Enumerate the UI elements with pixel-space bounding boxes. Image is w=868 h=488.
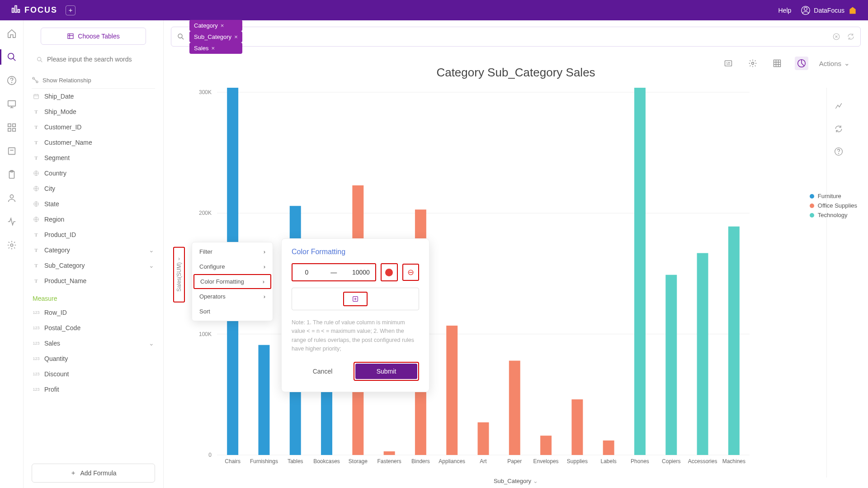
bar-art[interactable] xyxy=(478,422,489,455)
yaxis-handle[interactable]: Sales(SUM) xyxy=(173,247,185,303)
cf-color-swatch[interactable] xyxy=(381,263,398,281)
bar-envelopes[interactable] xyxy=(540,436,552,455)
svg-rect-10 xyxy=(12,124,15,127)
field-quantity[interactable]: 123Quantity xyxy=(32,351,155,366)
bar-furnishings[interactable] xyxy=(258,345,269,455)
bar-paper[interactable] xyxy=(509,360,520,455)
archive-icon[interactable] xyxy=(7,146,17,156)
settings-nav-icon[interactable] xyxy=(7,240,17,250)
field-segment[interactable]: TSegment xyxy=(32,150,155,166)
field-country[interactable]: Country xyxy=(32,166,155,181)
user-menu[interactable]: DataFocus xyxy=(801,6,857,15)
users-nav-icon[interactable] xyxy=(7,193,17,203)
search-nav-icon[interactable] xyxy=(7,52,17,62)
chip-remove-icon[interactable]: × xyxy=(221,22,224,29)
chip-remove-icon[interactable]: × xyxy=(234,33,238,40)
field-state[interactable]: State xyxy=(32,196,155,212)
ctx-operators[interactable]: Operators› xyxy=(192,289,273,304)
user-icon xyxy=(801,6,810,15)
notification-icon[interactable] xyxy=(848,6,857,15)
field-product_id[interactable]: TProduct_ID xyxy=(32,227,155,242)
color-formatting-popover: Color Formatting 0 — 10000 ⊖ Note: 1. Th… xyxy=(281,238,429,392)
field-customer_name[interactable]: TCustomer_Name xyxy=(32,135,155,150)
cf-range[interactable]: 0 — 10000 xyxy=(292,263,376,281)
cancel-button[interactable]: Cancel xyxy=(292,362,354,381)
field-discount[interactable]: 123Discount xyxy=(32,366,155,382)
bar-fasteners[interactable] xyxy=(384,451,395,455)
bar-appliances[interactable] xyxy=(446,326,458,455)
ctx-sort[interactable]: Sort xyxy=(192,304,273,319)
bar-machines[interactable] xyxy=(728,227,740,455)
app-header: FOCUS ＋ Help DataFocus xyxy=(0,0,868,20)
choose-tables-button[interactable]: Choose Tables xyxy=(41,28,146,45)
field-label: Product_ID xyxy=(44,231,76,238)
field-search[interactable] xyxy=(32,51,155,67)
info-icon[interactable] xyxy=(834,147,844,156)
bar-labels[interactable] xyxy=(603,441,614,455)
x-axis-label[interactable]: Sub_Category⌄ xyxy=(164,478,868,488)
grid-nav-icon[interactable] xyxy=(7,123,17,133)
refresh-chart-icon[interactable] xyxy=(834,124,844,134)
query-chip-sub_category[interactable]: Sub_Category× xyxy=(189,31,242,43)
field-sub_category[interactable]: TSub_Category⌄ xyxy=(32,258,155,273)
svg-text:Phones: Phones xyxy=(631,458,649,464)
field-product_name[interactable]: TProduct_Name xyxy=(32,273,155,289)
field-label: Row_ID xyxy=(44,309,67,316)
show-relationship-label: Show Relationship xyxy=(42,77,91,84)
submit-button[interactable]: Submit xyxy=(354,362,419,381)
refresh-icon[interactable] xyxy=(847,33,855,41)
x-axis-text: Sub_Category xyxy=(494,478,531,484)
svg-text:Accessories: Accessories xyxy=(688,458,717,464)
field-profit[interactable]: 123Profit xyxy=(32,382,155,397)
field-ship_mode[interactable]: TShip_Mode xyxy=(32,104,155,119)
field-sales[interactable]: 123Sales⌄ xyxy=(32,336,155,351)
cf-max-value[interactable]: 10000 xyxy=(351,269,370,276)
chip-remove-icon[interactable]: × xyxy=(212,45,215,52)
bar-accessories[interactable] xyxy=(697,253,708,455)
ctx-color-formatting[interactable]: Color Formatting› xyxy=(193,274,271,289)
ctx-label: Operators xyxy=(199,293,226,300)
ctx-filter[interactable]: Filter› xyxy=(192,244,273,259)
query-bar[interactable]: Category× Sub_Category× Sales× xyxy=(171,27,861,47)
field-postal_code[interactable]: 123Postal_Code xyxy=(32,320,155,336)
chart-title: Category Sub_Category Sales xyxy=(164,66,868,80)
bar-phones[interactable] xyxy=(634,88,646,455)
expand-icon[interactable] xyxy=(834,101,844,111)
field-customer_id[interactable]: TCustomer_ID xyxy=(32,119,155,135)
field-region[interactable]: Region xyxy=(32,212,155,227)
cf-remove-button[interactable]: ⊖ xyxy=(402,264,419,281)
clear-icon[interactable] xyxy=(832,33,840,41)
bar-supplies[interactable] xyxy=(571,399,583,455)
new-tab-button[interactable]: ＋ xyxy=(66,5,75,15)
field-label: Discount xyxy=(44,370,69,378)
legend-item[interactable]: Technology xyxy=(810,212,857,218)
home-icon[interactable] xyxy=(7,28,17,38)
field-label: Customer_Name xyxy=(44,139,92,146)
svg-point-27 xyxy=(178,34,182,38)
svg-point-16 xyxy=(10,195,13,198)
field-category[interactable]: TCategory⌄ xyxy=(32,242,155,258)
cf-add-button[interactable] xyxy=(343,292,368,306)
query-chip-category[interactable]: Category× xyxy=(189,20,242,31)
add-formula-button[interactable]: ＋ Add Formula xyxy=(32,464,155,483)
svg-text:300K: 300K xyxy=(199,89,212,95)
legend-swatch xyxy=(810,194,814,199)
activity-icon[interactable] xyxy=(7,217,17,227)
clipboard-icon[interactable] xyxy=(7,170,17,180)
help-nav-icon[interactable] xyxy=(7,76,17,85)
help-link[interactable]: Help xyxy=(778,7,792,14)
bar-copiers[interactable] xyxy=(665,275,677,455)
show-relationship[interactable]: Show Relationship xyxy=(32,73,155,89)
svg-text:Fasteners: Fasteners xyxy=(377,458,401,464)
cf-min-value[interactable]: 0 xyxy=(297,269,316,276)
ctx-configure[interactable]: Configure› xyxy=(192,259,273,274)
field-search-input[interactable] xyxy=(32,51,155,67)
svg-rect-2 xyxy=(18,9,20,12)
svg-point-58 xyxy=(838,153,839,154)
field-row_id[interactable]: 123Row_ID xyxy=(32,305,155,320)
legend-item[interactable]: Furniture xyxy=(810,193,857,199)
legend-item[interactable]: Office Supplies xyxy=(810,202,857,209)
monitor-icon[interactable] xyxy=(7,99,17,109)
field-ship_date[interactable]: Ship_Date xyxy=(32,89,155,104)
field-city[interactable]: City xyxy=(32,181,155,196)
